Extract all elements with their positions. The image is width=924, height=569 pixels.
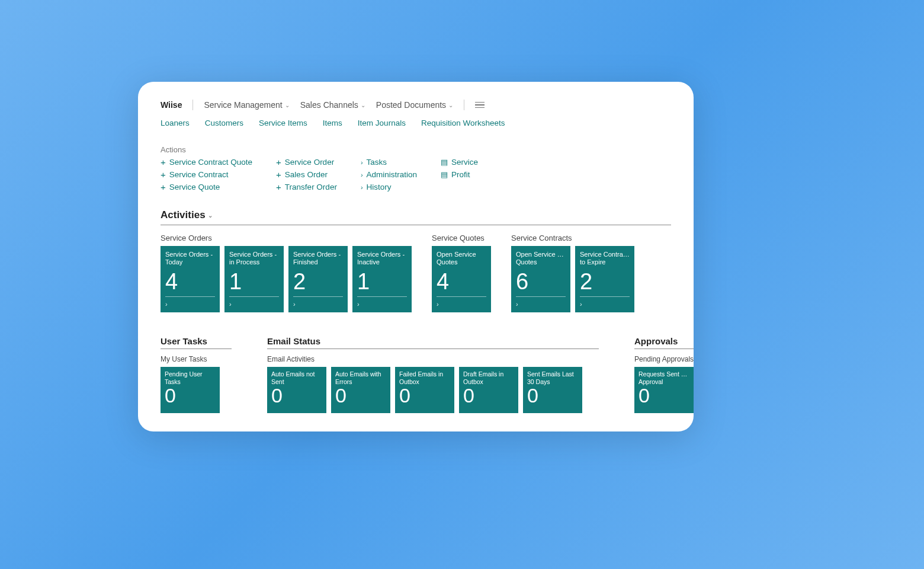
menu-label: Sales Channels	[300, 100, 358, 110]
plus-icon: +	[276, 158, 281, 167]
divider	[267, 349, 599, 349]
nav-requisition-worksheets[interactable]: Requisition Worksheets	[421, 119, 505, 127]
tile-auto-emails-not-sent[interactable]: Auto Emails not Sent 0	[267, 367, 326, 413]
plus-icon: +	[161, 183, 166, 191]
tile-pending-user-tasks[interactable]: Pending User Tasks 0	[161, 367, 220, 413]
chevron-right-icon: ›	[361, 171, 363, 178]
tile-service-orders-finished[interactable]: Service Orders - Finished 2 ›	[288, 246, 348, 312]
plus-icon: +	[161, 158, 166, 167]
action-service[interactable]: ▤Service	[441, 158, 478, 167]
chevron-down-icon: ⌄	[448, 102, 453, 108]
chevron-right-icon: ›	[516, 301, 518, 308]
document-icon: ▤	[441, 158, 448, 167]
actions-heading: Actions	[161, 145, 671, 154]
action-tasks[interactable]: ›Tasks	[361, 158, 417, 167]
chevron-right-icon: ›	[437, 301, 439, 308]
chevron-right-icon: ›	[165, 301, 168, 308]
action-service-contract[interactable]: +Service Contract	[161, 170, 252, 179]
action-administration[interactable]: ›Administration	[361, 170, 417, 179]
tile-draft-emails[interactable]: Draft Emails in Outbox 0	[459, 367, 518, 413]
nav-item-journals[interactable]: Item Journals	[358, 119, 406, 127]
activities-heading[interactable]: Activities ⌄	[161, 209, 213, 221]
tile-contracts-to-expire[interactable]: Service Contra… to Expire 2 ›	[575, 246, 634, 312]
actions-col-4: ▤Service ▤Profit	[441, 158, 478, 191]
email-status-section: Email Status Email Activities Auto Email…	[267, 336, 599, 413]
actions-grid: +Service Contract Quote +Service Contrac…	[161, 158, 671, 191]
chevron-right-icon: ›	[293, 301, 296, 308]
chevron-right-icon: ›	[580, 301, 582, 308]
group-service-contracts: Service Contracts Open Service … Quotes …	[511, 234, 634, 312]
menu-label: Posted Documents	[376, 100, 446, 110]
actions-col-2: +Service Order +Sales Order +Transfer Or…	[276, 158, 337, 191]
action-history[interactable]: ›History	[361, 183, 417, 191]
group-label: Service Contracts	[511, 234, 634, 242]
divider	[634, 349, 694, 349]
action-service-contract-quote[interactable]: +Service Contract Quote	[161, 158, 252, 167]
tile-sent-emails-30d[interactable]: Sent Emails Last 30 Days 0	[523, 367, 582, 413]
tile-open-service-quotes[interactable]: Open Service Quotes 4 ›	[432, 246, 491, 312]
tile-service-orders-inactive[interactable]: Service Orders - Inactive 1 ›	[352, 246, 412, 312]
group-service-orders: Service Orders Service Orders - Today 4 …	[161, 234, 412, 312]
nav-customers[interactable]: Customers	[205, 119, 243, 127]
app-title: Wiise	[161, 100, 182, 110]
menu-sales-channels[interactable]: Sales Channels ⌄	[300, 100, 365, 110]
plus-icon: +	[276, 183, 281, 191]
group-label: Service Orders	[161, 234, 412, 242]
action-sales-order[interactable]: +Sales Order	[276, 170, 337, 179]
chevron-down-icon: ⌄	[285, 102, 290, 108]
approvals-section: Approvals Pending Approvals Requests Sen…	[634, 336, 694, 413]
divider	[161, 225, 671, 225]
actions-col-1: +Service Contract Quote +Service Contrac…	[161, 158, 252, 191]
menu-service-management[interactable]: Service Management ⌄	[204, 100, 289, 110]
plus-icon: +	[161, 170, 166, 179]
action-profit[interactable]: ▤Profit	[441, 170, 478, 179]
chevron-right-icon: ›	[357, 301, 360, 308]
divider	[161, 349, 232, 349]
action-transfer-order[interactable]: +Transfer Order	[276, 183, 337, 191]
plus-icon: +	[276, 170, 281, 179]
secondary-nav: Loaners Customers Service Items Items It…	[161, 119, 671, 127]
tiles-row: Service Orders - Today 4 › Service Order…	[161, 246, 412, 312]
chevron-right-icon: ›	[361, 184, 363, 191]
separator	[464, 100, 464, 110]
tile-auto-emails-errors[interactable]: Auto Emails with Errors 0	[331, 367, 390, 413]
chevron-right-icon: ›	[229, 301, 232, 308]
tile-requests-sent-approval[interactable]: Requests Sent … Approval 0	[634, 367, 694, 413]
document-icon: ▤	[441, 170, 448, 179]
lower-row: User Tasks My User Tasks Pending User Ta…	[161, 336, 671, 413]
separator	[192, 100, 193, 110]
action-service-quote[interactable]: +Service Quote	[161, 183, 252, 191]
tile-failed-emails[interactable]: Failed Emails in Outbox 0	[395, 367, 454, 413]
tile-service-orders-process[interactable]: Service Orders - in Process 1 ›	[224, 246, 284, 312]
chevron-down-icon: ⌄	[208, 212, 213, 219]
activities-groups: Service Orders Service Orders - Today 4 …	[161, 234, 671, 312]
user-tasks-section: User Tasks My User Tasks Pending User Ta…	[161, 336, 232, 413]
topbar: Wiise Service Management ⌄ Sales Channel…	[161, 100, 671, 110]
group-label: Service Quotes	[432, 234, 491, 242]
tile-open-service-contract-quotes[interactable]: Open Service … Quotes 6 ›	[511, 246, 570, 312]
chevron-down-icon: ⌄	[361, 102, 365, 108]
chevron-right-icon: ›	[361, 159, 363, 166]
actions-col-3: ›Tasks ›Administration ›History	[361, 158, 417, 191]
app-window: Wiise Service Management ⌄ Sales Channel…	[138, 82, 694, 431]
tile-service-orders-today[interactable]: Service Orders - Today 4 ›	[161, 246, 220, 312]
hamburger-icon[interactable]	[475, 102, 485, 108]
nav-loaners[interactable]: Loaners	[161, 119, 190, 127]
menu-posted-documents[interactable]: Posted Documents ⌄	[376, 100, 453, 110]
nav-service-items[interactable]: Service Items	[259, 119, 307, 127]
menu-label: Service Management	[204, 100, 282, 110]
nav-items[interactable]: Items	[323, 119, 342, 127]
group-service-quotes: Service Quotes Open Service Quotes 4 ›	[432, 234, 491, 312]
action-service-order[interactable]: +Service Order	[276, 158, 337, 167]
